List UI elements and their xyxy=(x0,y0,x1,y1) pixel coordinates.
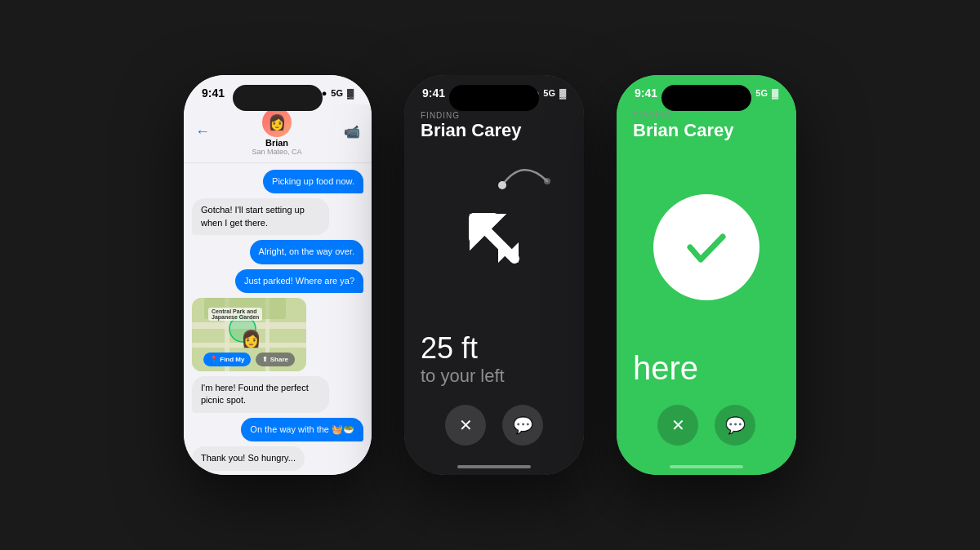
map-action-buttons: 📍 Find My ⬆ Share xyxy=(203,353,295,366)
close-icon: ✕ xyxy=(459,415,473,435)
compass-view xyxy=(404,144,584,331)
status-time-3: 9:41 xyxy=(635,86,657,100)
find-my-button[interactable]: 📍 Find My xyxy=(203,353,251,366)
here-label: here xyxy=(633,350,780,387)
dynamic-island xyxy=(233,85,323,111)
compass-arc-svg xyxy=(494,153,559,193)
found-person-name: Brian Carey xyxy=(633,120,780,141)
avatar: 👩 xyxy=(262,108,292,137)
checkmark-svg xyxy=(678,219,735,276)
message-bubble: Thank you! So hungry... xyxy=(192,446,305,470)
message-bubble: Picking up food now. xyxy=(263,170,363,193)
back-button[interactable]: ← xyxy=(195,123,210,140)
phone-found-green: 9:41 ▲ ●●● 5G ▓ FINDING Brian Carey xyxy=(617,75,796,475)
contact-location: San Mateo, CA xyxy=(252,148,301,156)
network-label-1: 5G xyxy=(331,88,343,98)
message-bubble: On the way with the 🧺🥗 xyxy=(241,418,363,441)
message-bubble: Alright, on the way over. xyxy=(250,240,363,264)
found-action-buttons: ✕ 💬 xyxy=(617,395,796,459)
home-indicator-3 xyxy=(617,459,796,475)
map-pin: 👩 xyxy=(241,329,261,348)
map-place-label: Central Park andJapanese Garden xyxy=(208,308,262,321)
share-button[interactable]: ⬆ Share xyxy=(256,353,294,366)
close-icon-3: ✕ xyxy=(671,415,685,435)
close-button-3[interactable]: ✕ xyxy=(657,405,698,446)
dynamic-island-3 xyxy=(662,85,751,111)
message-icon: 💬 xyxy=(513,415,533,435)
network-label-3: 5G xyxy=(755,88,768,98)
close-button[interactable]: ✕ xyxy=(445,405,486,446)
messages-list: Picking up food now. Gotcha! I'll start … xyxy=(184,163,372,475)
home-bar xyxy=(457,465,531,468)
dynamic-island-2 xyxy=(449,85,539,111)
svg-point-7 xyxy=(498,181,506,189)
status-time-1: 9:41 xyxy=(202,86,225,100)
finding-label-3: FINDING xyxy=(633,111,780,120)
network-label-2: 5G xyxy=(543,88,555,98)
video-call-button[interactable]: 📹 xyxy=(344,124,360,140)
checkmark-circle xyxy=(653,194,760,300)
battery-icon-1: ▓ xyxy=(347,88,354,98)
finding-label: FINDING xyxy=(421,111,568,120)
found-status-text: here xyxy=(617,350,796,395)
distance-number: 25 ft xyxy=(421,331,568,366)
message-button[interactable]: 💬 xyxy=(502,405,543,446)
direction-arrow-svg xyxy=(453,197,535,279)
phone-imessage: 9:41 ●●● 5G ▓ ← 👩 Brian San Mateo, CA 📹 … xyxy=(184,75,372,475)
battery-icon-3: ▓ xyxy=(772,88,778,98)
finding-action-buttons: ✕ 💬 xyxy=(404,395,584,459)
location-map-bubble[interactable]: Central Park andJapanese Garden 👩 📍 Find… xyxy=(192,298,306,371)
home-bar-3 xyxy=(670,465,743,468)
message-button-3[interactable]: 💬 xyxy=(715,405,755,446)
imessage-header: ← 👩 Brian San Mateo, CA 📹 xyxy=(184,104,372,163)
finding-person-name: Brian Carey xyxy=(421,120,568,141)
battery-icon-2: ▓ xyxy=(559,88,566,98)
message-bubble: Just parked! Where are ya? xyxy=(235,269,363,293)
finding-screen: 9:41 ▲ ●●● 5G ▓ FINDING Brian Carey xyxy=(404,75,584,475)
checkmark-area xyxy=(617,144,796,350)
map-view: Central Park andJapanese Garden 👩 📍 Find… xyxy=(192,298,306,371)
status-time-2: 9:41 xyxy=(422,86,445,100)
message-icon-3: 💬 xyxy=(725,415,746,435)
svg-point-8 xyxy=(544,178,550,184)
contact-name: Brian xyxy=(265,138,288,148)
phone-finding-dark: 9:41 ▲ ●●● 5G ▓ FINDING Brian Carey xyxy=(404,75,584,475)
distance-description: to your left xyxy=(421,366,568,387)
found-screen: 9:41 ▲ ●●● 5G ▓ FINDING Brian Carey xyxy=(617,75,796,475)
contact-info[interactable]: 👩 Brian San Mateo, CA xyxy=(252,108,301,156)
message-bubble: I'm here! Found the perfect picnic spot. xyxy=(192,376,329,413)
home-indicator-2 xyxy=(404,459,584,475)
message-bubble: Gotcha! I'll start setting up when I get… xyxy=(192,198,329,235)
distance-display: 25 ft to your left xyxy=(404,331,584,395)
